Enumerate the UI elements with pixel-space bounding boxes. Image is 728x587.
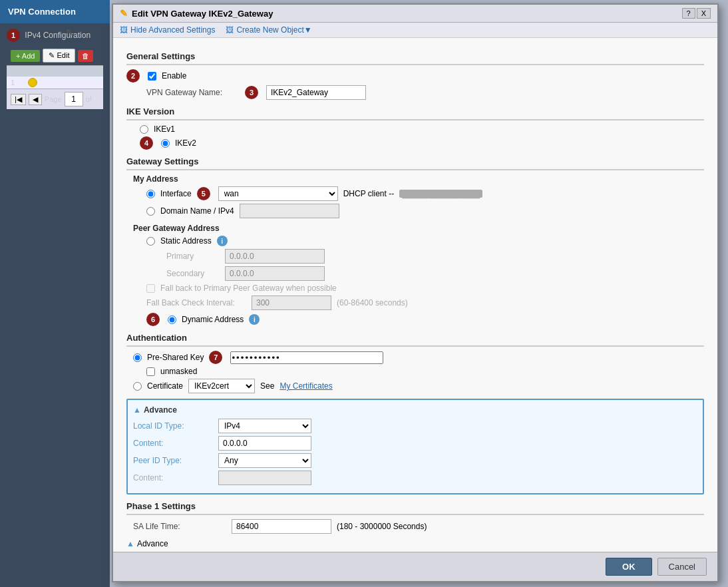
unmasked-label: unmasked — [160, 367, 197, 376]
ikev2-label: IKEv2 — [175, 138, 196, 148]
ok-button[interactable]: OK — [606, 558, 652, 576]
sidebar-section-text: IPv4 Configuration — [25, 31, 91, 40]
unmasked-row: unmasked — [146, 367, 704, 376]
dynamic-address-radio[interactable] — [168, 315, 176, 324]
fallback-checkbox[interactable] — [146, 284, 155, 293]
badge-3: 3 — [245, 86, 258, 99]
secondary-input[interactable] — [225, 266, 325, 281]
ikev1-label: IKEv1 — [154, 124, 175, 134]
my-address-label: My Address — [133, 174, 704, 184]
fallback-interval-row: Fall Back Check Interval: (60-86400 seco… — [146, 295, 704, 310]
secondary-label: Secondary — [166, 269, 220, 278]
advance2-header[interactable]: ▲ Advance — [126, 539, 704, 548]
modal-title-text: Edit VPN Gateway IKEv2_Gateway — [132, 9, 273, 19]
primary-row: Primary — [166, 249, 704, 264]
dhcp-ip: ███████████████ — [399, 190, 482, 198]
modal-title: ✎ Edit VPN Gateway IKEv2_Gateway — [120, 8, 273, 19]
content-row: Content: — [133, 436, 697, 451]
dynamic-info-icon: i — [249, 314, 260, 325]
row-num: 1 — [11, 79, 15, 87]
dynamic-address-label: Dynamic Address — [182, 315, 244, 324]
page-of: of — [86, 95, 92, 103]
interface-select[interactable]: wan — [218, 186, 338, 201]
prev-page-button[interactable]: ◀ — [29, 94, 42, 105]
peer-id-type-label: Peer ID Type: — [133, 456, 213, 465]
close-button[interactable]: X — [697, 8, 711, 19]
peer-id-type-row: Peer ID Type: Any — [133, 453, 697, 468]
advance2-icon: ▲ — [126, 539, 134, 548]
ike-version-header: IKE Version — [126, 106, 704, 120]
static-address-radio[interactable] — [146, 237, 155, 246]
add-button[interactable]: + Add — [11, 50, 40, 62]
sa-life-time-input[interactable] — [232, 519, 331, 534]
enable-row: 2 Enable — [126, 69, 704, 83]
interface-radio[interactable] — [146, 190, 155, 198]
ikev1-radio[interactable] — [140, 125, 148, 134]
edit-button[interactable]: ✎ Edit — [43, 49, 75, 63]
content-label: Content: — [133, 439, 213, 448]
badge-5: 5 — [197, 187, 210, 200]
static-address-row: Static Address i — [146, 236, 704, 246]
vpn-gateway-name-input[interactable] — [266, 85, 366, 100]
table-row: 1 — [7, 77, 103, 89]
sidebar-section-label: 1 IPv4 Configuration — [7, 29, 103, 42]
unmasked-checkbox[interactable] — [146, 367, 155, 376]
modal-toolbar: 🖼 Hide Advanced Settings 🖼 Create New Ob… — [113, 23, 717, 38]
hide-advanced-icon: 🖼 — [120, 25, 128, 35]
my-certificates-link[interactable]: My Certificates — [279, 381, 332, 391]
enable-checkbox[interactable] — [148, 72, 156, 81]
phase1-header: Phase 1 Settings — [126, 501, 704, 515]
peer-content-label: Content: — [133, 473, 213, 483]
interface-label: Interface — [160, 189, 192, 198]
sa-life-time-row: SA Life Time: (180 - 3000000 Seconds) — [133, 519, 704, 534]
preshared-input[interactable] — [230, 351, 383, 364]
domain-label: Domain Name / IPv4 — [160, 206, 234, 216]
hide-advanced-button[interactable]: 🖼 Hide Advanced Settings — [120, 25, 215, 35]
domain-radio[interactable] — [146, 207, 155, 216]
advance-section: ▲ Advance Local ID Type: IPv4 Content: P… — [126, 399, 704, 494]
peer-content-input[interactable] — [218, 471, 311, 485]
advance-collapse-icon: ▲ — [133, 405, 141, 415]
certificate-select[interactable]: IKEv2cert — [188, 379, 255, 393]
peer-id-type-select[interactable]: Any — [218, 453, 311, 468]
first-page-button[interactable]: |◀ — [11, 94, 26, 105]
static-address-label: Static Address — [160, 236, 212, 246]
certificate-row: Certificate IKEv2cert See My Certificate… — [133, 379, 704, 393]
local-id-type-row: Local ID Type: IPv4 — [133, 419, 697, 433]
advance-header[interactable]: ▲ Advance — [133, 405, 697, 415]
badge-2: 2 — [126, 69, 140, 83]
sidebar-section: 1 IPv4 Configuration + Add ✎ Edit 🗑 # St… — [0, 23, 110, 114]
static-info-icon: i — [217, 236, 228, 246]
preshared-label: Pre-Shared Key — [147, 353, 204, 362]
ike-version-section: IKEv1 4 IKEv2 — [140, 124, 704, 150]
fallback-interval-input[interactable] — [252, 295, 331, 310]
primary-label: Primary — [166, 252, 220, 261]
page-input[interactable] — [65, 92, 83, 106]
content-input[interactable] — [218, 436, 311, 451]
table-header: # Status — [7, 65, 103, 77]
see-label: See — [260, 381, 274, 391]
ikev2-radio[interactable] — [161, 139, 170, 148]
advance2-label: Advance — [137, 539, 168, 548]
fallback-interval-label: Fall Back Check Interval: — [146, 298, 246, 307]
local-id-type-label: Local ID Type: — [133, 421, 213, 431]
badge-7: 7 — [209, 351, 222, 364]
preshared-radio[interactable] — [133, 353, 142, 362]
interface-row: Interface 5 wan DHCP client -- █████████… — [146, 186, 704, 201]
my-address-section: My Address Interface 5 wan DHCP client -… — [133, 174, 704, 218]
certificate-radio[interactable] — [133, 382, 142, 391]
fallback-label: Fall back to Primary Peer Gateway when p… — [160, 284, 337, 293]
create-object-button[interactable]: 🖼 Create New Object▼ — [226, 25, 311, 35]
domain-input[interactable] — [240, 204, 339, 218]
help-button[interactable]: ? — [682, 8, 695, 19]
modal-body: General Settings 2 Enable VPN Gateway Na… — [113, 38, 717, 552]
local-id-type-select[interactable]: IPv4 — [218, 419, 311, 433]
cancel-button[interactable]: Cancel — [657, 558, 707, 576]
peer-gateway-section: Peer Gateway Address Static Address i Pr… — [133, 224, 704, 326]
badge-1: 1 — [7, 29, 20, 42]
fallback-interval-unit: (60-86400 seconds) — [337, 298, 408, 307]
primary-input[interactable] — [225, 249, 325, 264]
badge-6: 6 — [146, 313, 160, 326]
delete-button[interactable]: 🗑 — [78, 50, 93, 62]
vpn-gateway-name-label: VPN Gateway Name: — [146, 88, 240, 97]
